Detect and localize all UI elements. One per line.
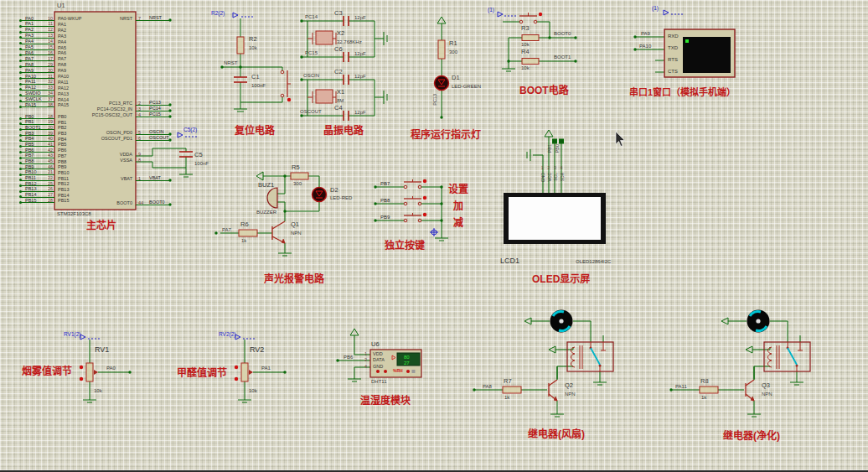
terminal-pb0[interactable] (560, 139, 564, 143)
resistor-r4[interactable] (522, 59, 539, 65)
net-label: OSCOUT (149, 135, 169, 140)
c5-pin-marker (178, 132, 198, 137)
chip-pin-row[interactable]: PB12 25 PB12 (20, 182, 136, 188)
resistor-r6[interactable] (239, 230, 257, 236)
chip-pin-row[interactable]: BOOT0 44 BOOT0 (59, 201, 176, 207)
net-label: PA11 (675, 384, 687, 389)
chip-pin-row[interactable]: PA6 16 PA6 (20, 51, 136, 57)
transistor-q2[interactable] (549, 366, 557, 401)
c5-pin-label: C5(2) (183, 127, 197, 133)
purify-motor[interactable] (747, 310, 770, 333)
pin-number: 2 (548, 166, 550, 170)
relay-fan[interactable] (567, 342, 613, 371)
transistor-q1[interactable] (272, 221, 285, 243)
chip-pin-row[interactable]: PC15-OSC32_OUT 4 PC15 (59, 113, 176, 119)
r4-ref: R4 (521, 49, 530, 55)
buz1-ref: BUZ1 (258, 182, 274, 189)
chip-pin-row[interactable]: PB14 27 PB14 (20, 193, 136, 199)
chip-pin-row[interactable]: PA8 29 PA8 (20, 63, 136, 69)
chip-pin-row[interactable]: PB5 41 PB5 (20, 143, 136, 148)
pot-rv1-body[interactable] (86, 363, 93, 381)
chip-power-pins: VDDA 9 VSSA 8 (59, 153, 176, 164)
pin-name: PA13 (58, 91, 69, 96)
pot-rv2-up[interactable] (235, 366, 238, 369)
c1-value: 100nF (251, 83, 266, 88)
buz1-part: BUZZER (256, 210, 276, 215)
net-label: SWDIO (25, 91, 41, 96)
r6-value: 1k (241, 238, 246, 243)
chip-pin-row[interactable]: PB9 46 PB9 (20, 165, 136, 171)
net-label: OSCIN (303, 73, 319, 78)
pot-rv2-body[interactable] (241, 363, 248, 381)
pin-name: PA6 (58, 50, 66, 55)
chip-pin-row[interactable]: PA2 12 PA2 (20, 28, 136, 34)
led-d1[interactable] (435, 76, 449, 91)
net-label: PC14 (149, 106, 161, 111)
chip-pin-row[interactable]: VBAT 1 VBAT (59, 177, 176, 183)
transistor-q3[interactable] (746, 366, 754, 401)
resistor-r7[interactable] (503, 386, 521, 393)
chip-pin-row[interactable]: PA9 30 PA9 (20, 69, 136, 75)
pin-number: 26 (43, 186, 53, 191)
chip-pin-row[interactable]: PA10 31 PA10 (20, 75, 136, 80)
chip-pin-row[interactable]: NRST 7 NRST (59, 17, 176, 23)
pot-rv1-up[interactable] (80, 366, 83, 369)
buzzer-buz1[interactable] (267, 188, 277, 208)
pin-number: 14 (43, 39, 53, 44)
net-label: OSCIN (149, 129, 163, 134)
c5-capacitor[interactable] (179, 152, 193, 157)
resistor-r1[interactable] (438, 40, 445, 59)
rv1-ref: RV1 (95, 346, 109, 354)
net-label: PB0 (25, 114, 34, 119)
chip-pin-row[interactable]: PA4 14 PA4 (20, 39, 136, 45)
terminal-pin-row: CTS (668, 68, 693, 80)
net-label: BOOT1 (25, 125, 41, 130)
pin-name: SCL (553, 173, 558, 181)
chip-pin-row[interactable]: OSCOUT_PD1 6 OSCOUT (59, 137, 176, 143)
pin-number: 1 (364, 351, 367, 356)
led-d2[interactable] (313, 188, 327, 202)
pin-name: PB1 (58, 120, 66, 125)
r5-value: 300 (293, 181, 302, 186)
dht-caption: 温湿度模块 (360, 396, 411, 406)
resistor-r5[interactable] (291, 173, 308, 179)
mouse-cursor-icon (616, 132, 625, 147)
chip-pin-row[interactable]: PA5 15 PA5 (20, 45, 136, 51)
oled-pin-names: GND VCC SCL SDA (540, 173, 565, 189)
pin-number: 46 (43, 164, 53, 169)
terminal-pb1[interactable] (553, 139, 557, 143)
resistor-r2[interactable] (237, 37, 244, 54)
key-function-label: 设置 (446, 181, 471, 195)
chip-pin-row[interactable]: VSSA 8 (59, 158, 176, 164)
pot-rv2-down[interactable] (235, 377, 238, 381)
chip-pin-row[interactable]: PA3 13 PA3 (20, 34, 136, 39)
fan-motor[interactable] (550, 310, 573, 333)
relay-fan-circuit (473, 310, 613, 418)
crystal-x1[interactable] (307, 90, 336, 103)
pin-name: RXD (668, 34, 679, 39)
chip-pin-row[interactable]: PA1 11 PA1 (20, 22, 136, 28)
reset-button[interactable] (281, 70, 291, 101)
resistor-r3[interactable] (522, 35, 539, 41)
chip-pin-row[interactable]: PA7 17 PA7 (20, 57, 136, 63)
purify-caption: 继电器(净化) (723, 431, 780, 441)
pot-rv1-down[interactable] (80, 377, 83, 381)
pin-name: PC14-OSC32_IN (59, 106, 132, 112)
net-label: VBAT (149, 175, 161, 180)
net-label: PA0 (106, 366, 116, 371)
pin-wire (136, 117, 170, 117)
chip-pin-row[interactable]: PA11 32 PA11 (20, 80, 136, 86)
pin-number: 12 (43, 27, 53, 32)
pin-name: CTS (668, 69, 678, 74)
resistor-r8[interactable] (700, 386, 718, 393)
pin-wire (136, 140, 170, 141)
chip-pin-row[interactable]: PB13 26 PB13 (20, 187, 136, 193)
oled-display[interactable] (504, 193, 606, 244)
crystal-x2[interactable] (307, 31, 336, 44)
pin-number: 17 (43, 56, 53, 61)
pin-name: SDA (560, 173, 565, 181)
relay-purify[interactable] (764, 342, 810, 371)
chip-pa-pins: PA0 10 PA0-WKUP PA1 11 PA1 PA2 12 PA2 PA… (20, 17, 136, 109)
relay-purify-circuit (669, 310, 810, 418)
capacitor-c1[interactable] (234, 77, 247, 82)
